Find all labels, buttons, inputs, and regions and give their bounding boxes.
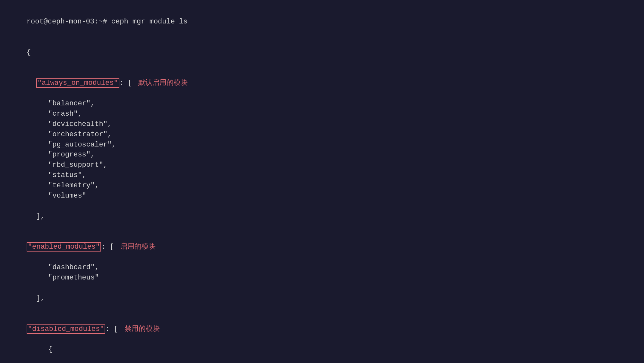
disabled-comment: 禁用的模块 [125,325,160,333]
always-on-item-6: "rbd_support", [10,160,634,170]
terminal-window: root@ceph-mon-03:~# ceph mgr module ls {… [6,3,638,363]
enabled-modules-key: "enabled_modules" [27,242,101,252]
always-on-comment: 默认启用的模块 [138,79,188,87]
disabled-bracket: : [ [105,325,118,333]
enabled-bracket: : [ [101,243,114,251]
enabled-modules-line: "enabled_modules": [启用的模块 [10,232,634,263]
always-on-close: ], [10,201,634,232]
always-on-modules-key: "always_on_modules" [36,78,119,88]
name-field-line: "name": "alerts", [10,355,634,363]
enabled-item-1: "prometheus" [10,273,634,283]
always-on-item-3: "orchestrator", [10,129,634,140]
enabled-close: ], [10,283,634,314]
disabled-modules-line: "disabled_modules": [禁用的模块 [10,314,634,345]
bracket-open: : [ [119,79,132,87]
always-on-item-8: "telemetry", [10,181,634,191]
open-brace: { [27,49,31,57]
enabled-comment: 启用的模块 [120,243,156,251]
always-on-modules-line: "always_on_modules": [默认启用的模块 [10,68,634,99]
always-on-item-9: "volumes" [10,191,634,201]
disabled-modules-key: "disabled_modules" [27,324,106,334]
always-on-item-2: "devicehealth", [10,119,634,129]
disabled-open-brace: { [10,344,634,355]
always-on-item-1: "crash", [10,109,634,119]
always-on-item-7: "status", [10,170,634,181]
always-on-item-5: "progress", [10,150,634,160]
open-brace-line: { [10,37,634,68]
enabled-item-0: "dashboard", [10,262,634,273]
always-on-item-4: "pg_autoscaler", [10,140,634,150]
always-on-item-0: "balancer", [10,99,634,109]
prompt-line: root@ceph-mon-03:~# ceph mgr module ls [10,6,634,37]
prompt-text: root@ceph-mon-03:~# ceph mgr module ls [27,18,188,26]
